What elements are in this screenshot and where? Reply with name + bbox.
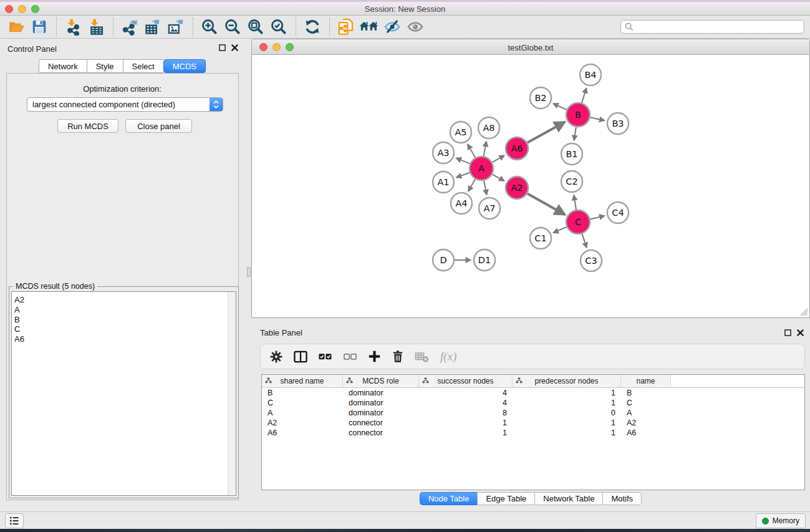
graph-node-A5[interactable]: A5 bbox=[450, 122, 471, 143]
delete-column-button[interactable] bbox=[392, 350, 404, 364]
tab-select[interactable]: Select bbox=[123, 59, 163, 73]
graph-node-D1[interactable]: D1 bbox=[474, 249, 495, 271]
tab-network[interactable]: Network bbox=[39, 59, 87, 73]
graph-node-C3[interactable]: C3 bbox=[581, 250, 602, 271]
result-item[interactable]: C bbox=[12, 324, 236, 334]
import-network-button[interactable] bbox=[63, 17, 83, 37]
export-table-button[interactable] bbox=[143, 17, 163, 37]
table-row[interactable]: Adominator80A bbox=[262, 408, 804, 418]
graph-node-C[interactable]: C bbox=[566, 210, 590, 234]
graph-node-C1[interactable]: C1 bbox=[530, 228, 551, 249]
float-panel-icon[interactable] bbox=[219, 44, 226, 51]
zoom-in-button[interactable] bbox=[200, 17, 219, 37]
graph-node-A8[interactable]: A8 bbox=[478, 117, 499, 138]
graph-edge-C-C3[interactable] bbox=[582, 234, 587, 248]
table-row[interactable]: Bdominator41B bbox=[262, 388, 804, 398]
hide-graphics-details-button[interactable] bbox=[382, 17, 402, 37]
graph-node-A4[interactable]: A4 bbox=[451, 193, 472, 214]
close-panel-button[interactable]: Close panel bbox=[125, 119, 192, 133]
graph-edge-A-A3[interactable] bbox=[456, 158, 470, 163]
graph-edge-B-B4[interactable] bbox=[582, 88, 586, 103]
graph-edge-A-A8[interactable] bbox=[484, 142, 486, 157]
graph-edge-A-A4[interactable] bbox=[468, 179, 475, 191]
graph-node-B2[interactable]: B2 bbox=[530, 87, 551, 109]
tab-motifs[interactable]: Motifs bbox=[602, 492, 642, 505]
zoom-fit-button[interactable] bbox=[246, 17, 266, 37]
memory-button[interactable]: Memory bbox=[756, 513, 806, 528]
graph-edge-B-B3[interactable] bbox=[591, 117, 605, 120]
graph-edge-C-C2[interactable] bbox=[574, 195, 576, 210]
graph-node-B4[interactable]: B4 bbox=[580, 64, 601, 85]
criterion-dropdown[interactable]: largest connected component (directed) bbox=[27, 97, 223, 112]
table-row[interactable]: A2connector11A2 bbox=[262, 418, 804, 428]
mcds-result-list[interactable]: A2 A B C A6 bbox=[11, 291, 236, 496]
zoom-out-button[interactable] bbox=[223, 17, 243, 37]
table-row[interactable]: A6connector11A6 bbox=[262, 428, 804, 438]
graph-node-C2[interactable]: C2 bbox=[561, 171, 582, 192]
show-columns-button[interactable] bbox=[294, 351, 307, 363]
tab-style[interactable]: Style bbox=[87, 59, 123, 73]
graph-node-A2[interactable]: A2 bbox=[506, 177, 528, 199]
window-resize-grip[interactable] bbox=[800, 308, 808, 316]
result-item[interactable]: B bbox=[12, 315, 236, 325]
network-canvas[interactable]: B4B2BB3A8A5A6A3B1AC2A1A2A4A7C4CC1DD1C3 bbox=[251, 55, 810, 318]
select-all-button[interactable] bbox=[318, 349, 332, 364]
import-table-button[interactable] bbox=[86, 17, 106, 37]
graph-node-B1[interactable]: B1 bbox=[561, 143, 582, 165]
graph-edge-B-B1[interactable] bbox=[574, 127, 576, 141]
graph-node-A7[interactable]: A7 bbox=[479, 198, 500, 219]
birds-eye-view-button[interactable] bbox=[359, 17, 379, 37]
graph-edge-A2-C[interactable] bbox=[528, 193, 566, 215]
graph-edge-B-B2[interactable] bbox=[553, 104, 567, 110]
delete-table-button[interactable] bbox=[415, 351, 430, 363]
result-item[interactable]: A2 bbox=[12, 295, 236, 305]
task-history-button[interactable] bbox=[5, 513, 24, 528]
run-mcds-button[interactable]: Run MCDS bbox=[57, 119, 118, 133]
graph-edge-A-A2[interactable] bbox=[493, 175, 504, 181]
table-row[interactable]: Cdominator41C bbox=[262, 398, 804, 408]
column-header[interactable]: shared name bbox=[262, 375, 343, 387]
close-panel-icon[interactable] bbox=[231, 44, 238, 51]
zoom-selected-button[interactable] bbox=[269, 17, 289, 37]
tab-edge-table[interactable]: Edge Table bbox=[477, 492, 534, 505]
graph-edge-A-A1[interactable] bbox=[456, 173, 470, 178]
graph-node-D[interactable]: D bbox=[433, 249, 454, 271]
table-settings-button[interactable] bbox=[269, 350, 283, 364]
export-image-button[interactable] bbox=[166, 17, 186, 37]
save-session-button[interactable] bbox=[29, 17, 49, 37]
graph-edge-A-A5[interactable] bbox=[468, 144, 475, 157]
result-scrollbar[interactable] bbox=[228, 292, 236, 495]
graph-node-B[interactable]: B bbox=[566, 103, 590, 127]
add-column-button[interactable] bbox=[368, 350, 381, 363]
column-header[interactable]: successor nodes bbox=[419, 375, 513, 387]
graph-edge-A6-B[interactable] bbox=[528, 122, 565, 143]
unselect-all-button[interactable] bbox=[343, 349, 357, 364]
function-builder-button[interactable]: f(x) bbox=[440, 350, 456, 364]
tab-node-table[interactable]: Node Table bbox=[420, 492, 478, 505]
refresh-layout-button[interactable] bbox=[302, 17, 322, 37]
close-panel-icon[interactable] bbox=[797, 329, 804, 336]
search-input[interactable] bbox=[636, 22, 804, 31]
open-session-button[interactable] bbox=[6, 17, 26, 37]
network-graph[interactable]: B4B2BB3A8A5A6A3B1AC2A1A2A4A7C4CC1DD1C3 bbox=[252, 55, 809, 317]
graph-node-A[interactable]: A bbox=[470, 157, 493, 180]
tab-mcds[interactable]: MCDS bbox=[163, 59, 206, 73]
column-header[interactable]: name bbox=[621, 375, 671, 387]
graph-edge-C-C1[interactable] bbox=[553, 227, 566, 233]
show-graphics-details-button[interactable] bbox=[405, 17, 425, 37]
graph-node-C4[interactable]: C4 bbox=[607, 202, 629, 223]
tab-network-table[interactable]: Network Table bbox=[534, 492, 602, 505]
result-item[interactable]: A bbox=[12, 305, 236, 315]
split-pane-handle[interactable] bbox=[247, 267, 251, 277]
graph-edge-A-A6[interactable] bbox=[492, 155, 504, 162]
graph-node-A3[interactable]: A3 bbox=[433, 142, 454, 163]
search-field[interactable] bbox=[620, 20, 804, 34]
network-window-titlebar[interactable]: testGlobe.txt bbox=[251, 39, 810, 55]
graph-node-B3[interactable]: B3 bbox=[607, 113, 629, 134]
result-item[interactable]: A6 bbox=[12, 334, 236, 344]
float-panel-icon[interactable] bbox=[784, 329, 791, 336]
graph-edge-C-C4[interactable] bbox=[590, 216, 604, 219]
export-network-button[interactable] bbox=[120, 17, 140, 37]
graph-node-A6[interactable]: A6 bbox=[506, 137, 528, 160]
column-header[interactable]: MCDS role bbox=[343, 375, 419, 387]
